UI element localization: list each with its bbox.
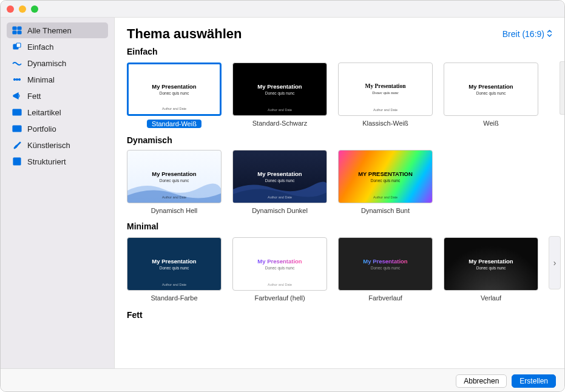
section-dynamisch: DynamischMy PresentationDonec quis nuncA… <box>127 135 564 215</box>
theme-card[interactable]: My PresentationDonec quis nuncAuthor and… <box>127 150 222 215</box>
header: Thema auswählen Breit (16:9) <box>115 18 564 47</box>
sidebar-item-strukturiert[interactable]: Strukturiert <box>7 154 108 169</box>
theme-name-label: Dynamisch Bunt <box>361 207 410 214</box>
svg-rect-2 <box>13 31 16 34</box>
thumb-title: My Presentation <box>363 258 407 265</box>
fullscreen-window-button[interactable] <box>31 5 38 13</box>
slide-icon <box>12 123 22 134</box>
theme-card[interactable]: My PresentationDonec quis nuncVerlauf <box>444 237 538 303</box>
theme-thumbnail: My PresentationDonec quis nuncAuthor and… <box>127 237 222 291</box>
dots-icon <box>12 74 22 85</box>
theme-name-label: Weiß <box>483 120 498 127</box>
thumb-title: My Presentation <box>135 258 214 265</box>
thumb-subtitle: Donec quis nunc <box>136 91 212 95</box>
thumb-title: My Presentation <box>469 83 513 90</box>
sidebar-item-alle-themen[interactable]: Alle Themen <box>7 22 108 38</box>
thumb-subtitle: Donec quis nunc <box>372 90 399 95</box>
theme-thumbnail: My PresentationDonec quis nunc <box>444 63 538 116</box>
svg-rect-5 <box>16 43 21 47</box>
theme-browser[interactable]: EinfachMy PresentationDonec quis nuncAut… <box>115 47 564 368</box>
theme-name-label: Standard-Schwarz <box>252 120 308 127</box>
scroll-right-button[interactable]: › <box>549 236 561 289</box>
thumb-title: My Presentation <box>240 171 319 177</box>
sidebar-item-label: Fett <box>27 92 41 101</box>
page-title: Thema auswählen <box>127 26 242 42</box>
theme-name-label: Farbverlauf <box>368 294 402 302</box>
sidebar-item-label: Leitartikel <box>27 108 61 117</box>
thumb-title: MY PRESENTATION <box>346 171 425 177</box>
theme-name-label: Dynamisch Hell <box>151 207 197 214</box>
theme-thumbnail: My PresentationDonec quis nuncAuthor and… <box>338 63 433 116</box>
sidebar-item-künstlerisch[interactable]: Künstlerisch <box>7 137 108 153</box>
svg-rect-13 <box>13 158 21 165</box>
aspect-ratio-picker[interactable]: Breit (16:9) <box>502 29 552 39</box>
thumb-subtitle: Donec quis nunc <box>265 266 294 270</box>
sidebar-item-leitartikel[interactable]: Leitartikel <box>7 104 108 120</box>
theme-name-label: Verlauf <box>481 294 501 302</box>
thumb-subtitle: Donec quis nunc <box>476 266 506 270</box>
sidebar-item-portfolio[interactable]: Portfolio <box>7 121 108 137</box>
sidebar-item-label: Strukturiert <box>27 157 66 166</box>
svg-rect-0 <box>13 27 16 30</box>
theme-thumbnail: My PresentationDonec quis nuncAuthor and… <box>232 63 327 116</box>
close-window-button[interactable] <box>7 5 14 13</box>
cancel-button[interactable]: Abbrechen <box>456 374 507 388</box>
slide-icon <box>12 107 22 118</box>
sidebar-item-minimal[interactable]: Minimal <box>7 72 108 87</box>
thumb-subtitle: Donec quis nunc <box>346 178 425 183</box>
theme-card[interactable]: My PresentationDonec quis nuncAuthor and… <box>232 150 327 215</box>
svg-point-6 <box>14 79 16 81</box>
section-title: Einfach <box>127 47 564 56</box>
sidebar-item-dynamisch[interactable]: Dynamisch <box>7 55 108 71</box>
theme-card[interactable]: My PresentationDonec quis nuncAuthor and… <box>232 63 327 129</box>
sidebar-item-einfach[interactable]: Einfach <box>7 39 108 55</box>
thumb-subtitle: Donec quis nunc <box>135 178 214 183</box>
texture-icon <box>12 156 22 167</box>
sidebar-item-fett[interactable]: Fett <box>7 88 108 104</box>
section-minimal: MinimalMy PresentationDonec quis nuncAut… <box>127 221 564 304</box>
thumb-subtitle: Donec quis nunc <box>135 266 214 270</box>
theme-thumbnail: My PresentationDonec quis nuncAuthor and… <box>232 150 327 203</box>
theme-card[interactable]: My PresentationDonec quis nuncAuthor and… <box>232 237 327 303</box>
overflow-peek <box>560 61 564 115</box>
thumb-footer: Author and Date <box>268 108 292 112</box>
thumb-footer: Author and Date <box>162 107 186 110</box>
theme-row: My PresentationDonec quis nuncAuthor and… <box>127 237 549 303</box>
theme-thumbnail: My PresentationDonec quis nunc <box>338 237 433 291</box>
sidebar-item-label: Künstlerisch <box>27 141 70 150</box>
sidebar: Alle ThemenEinfachDynamischMinimalFettLe… <box>1 18 115 368</box>
theme-card[interactable]: My PresentationDonec quis nuncAuthor and… <box>338 63 433 129</box>
theme-row: My PresentationDonec quis nuncAuthor and… <box>127 150 564 215</box>
svg-point-8 <box>19 79 21 81</box>
thumb-footer: Author and Date <box>268 283 292 286</box>
theme-name-label: Standard-Farbe <box>151 294 197 302</box>
main-pane: Thema auswählen Breit (16:9) EinfachMy P… <box>115 18 564 368</box>
theme-card[interactable]: My PresentationDonec quis nuncWeiß <box>444 63 538 129</box>
theme-name-label: Klassisch-Weiß <box>362 120 408 127</box>
thumb-subtitle: Donec quis nunc <box>371 266 400 270</box>
theme-card[interactable]: MY PRESENTATIONDonec quis nuncAuthor and… <box>338 150 433 215</box>
megaphone-icon <box>12 90 22 101</box>
theme-thumbnail: My PresentationDonec quis nunc <box>444 237 538 291</box>
sidebar-item-label: Minimal <box>27 75 55 84</box>
section-title: Dynamisch <box>127 135 564 145</box>
sidebar-item-label: Dynamisch <box>27 59 66 68</box>
svg-rect-1 <box>18 27 21 30</box>
thumb-subtitle: Donec quis nunc <box>240 91 319 95</box>
titlebar <box>1 1 564 18</box>
create-button[interactable]: Erstellen <box>512 374 556 388</box>
footer: Abbrechen Erstellen <box>1 368 564 392</box>
thumb-footer: Author and Date <box>373 108 398 112</box>
thumb-title: My Presentation <box>469 258 513 265</box>
thumb-title: My Presentation <box>135 171 214 177</box>
section-title: Minimal <box>127 221 564 231</box>
theme-thumbnail: My PresentationDonec quis nuncAuthor and… <box>127 150 222 203</box>
theme-card[interactable]: My PresentationDonec quis nuncAuthor and… <box>127 63 222 129</box>
section-title: Fett <box>127 310 564 320</box>
minimize-window-button[interactable] <box>19 5 26 13</box>
chevron-up-down-icon <box>547 29 552 39</box>
theme-card[interactable]: My PresentationDonec quis nuncFarbverlau… <box>338 237 433 303</box>
theme-card[interactable]: My PresentationDonec quis nuncAuthor and… <box>127 237 222 303</box>
sidebar-item-label: Einfach <box>27 42 53 52</box>
thumb-title: My Presentation <box>257 258 302 265</box>
